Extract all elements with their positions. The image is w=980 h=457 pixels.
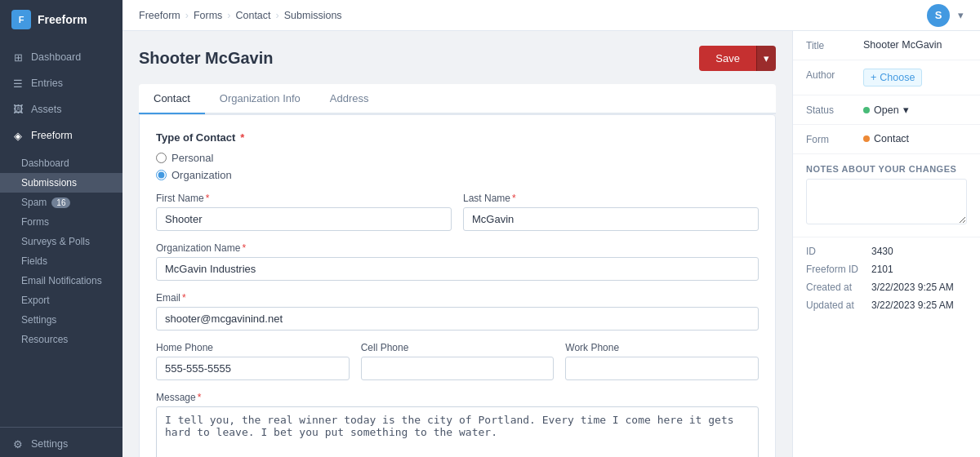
meta-created-row: Created at 3/22/2023 9:25 AM xyxy=(806,282,967,293)
cell-phone-input[interactable] xyxy=(361,357,555,380)
breadcrumb-sep-1: › xyxy=(185,10,189,21)
sidebar-sub-nav: Dashboard Submissions Spam 16 Forms Surv… xyxy=(0,153,122,349)
name-row: First Name * Last Name * xyxy=(156,193,759,231)
user-avatar[interactable]: S xyxy=(927,4,950,27)
sidebar-sub-forms[interactable]: Forms xyxy=(0,212,122,232)
breadcrumb-freeform[interactable]: Freeform xyxy=(139,10,180,21)
sidebar-sub-resources[interactable]: Resources xyxy=(0,330,122,349)
panel-title-value: Shooter McGavin xyxy=(863,39,967,51)
status-badge[interactable]: Open ▾ xyxy=(863,104,909,116)
sidebar-sub-email[interactable]: Email Notifications xyxy=(0,271,122,291)
status-chevron-icon: ▾ xyxy=(903,104,909,116)
panel-status-row: Status Open ▾ xyxy=(793,95,980,125)
sidebar-logo-label: Freeform xyxy=(38,13,87,26)
work-phone-field: Work Phone xyxy=(565,342,759,380)
meta-id-label: ID xyxy=(806,246,871,257)
breadcrumb-sep-3: › xyxy=(276,10,279,21)
meta-id-row: ID 3430 xyxy=(806,246,967,257)
cell-phone-field: Cell Phone xyxy=(361,342,555,380)
meta-created-value: 3/22/2023 9:25 AM xyxy=(871,282,954,293)
plus-icon: + xyxy=(871,72,876,83)
notes-textarea[interactable] xyxy=(806,179,967,224)
notes-title: NOTES ABOUT YOUR CHANGES xyxy=(806,164,967,174)
breadcrumb-contact[interactable]: Contact xyxy=(235,10,270,21)
breadcrumb-submissions[interactable]: Submissions xyxy=(284,10,342,21)
sidebar-logo[interactable]: F Freeform xyxy=(0,0,122,39)
sidebar-sub-surveys[interactable]: Surveys & Polls xyxy=(0,232,122,251)
first-name-field: First Name * xyxy=(156,193,452,231)
sidebar-sub-submissions[interactable]: Submissions xyxy=(0,173,122,193)
freeform-icon: ◈ xyxy=(11,129,24,142)
email-row: Email * xyxy=(156,292,759,331)
sidebar-sub-spam[interactable]: Spam 16 xyxy=(0,193,122,212)
meta-updated-value: 3/22/2023 9:25 AM xyxy=(871,299,954,311)
radio-personal[interactable]: Personal xyxy=(156,152,759,164)
sidebar-sub-dashboard[interactable]: Dashboard xyxy=(0,153,122,173)
radio-group-contact-type: Personal Organization xyxy=(156,152,759,181)
save-button-group: Save ▾ xyxy=(699,46,776,71)
content-area: Shooter McGavin Save ▾ Contact Organizat… xyxy=(122,31,980,457)
radio-organization-input[interactable] xyxy=(156,170,167,180)
form-tabs: Contact Organization Info Address xyxy=(139,84,776,114)
page-header: Shooter McGavin Save ▾ xyxy=(139,46,776,71)
settings-icon: ⚙ xyxy=(11,437,24,450)
panel-status-label: Status xyxy=(806,104,863,116)
work-phone-input[interactable] xyxy=(565,357,759,380)
breadcrumb-sep-2: › xyxy=(227,10,230,21)
avatar-chevron-icon: ▾ xyxy=(958,9,964,21)
meta-freeform-id-value: 2101 xyxy=(871,264,893,275)
dashboard-icon: ⊞ xyxy=(11,51,24,64)
radio-personal-input[interactable] xyxy=(156,153,167,163)
meta-freeform-id-label: Freeform ID xyxy=(806,264,871,275)
page-title: Shooter McGavin xyxy=(139,49,273,68)
home-phone-label: Home Phone xyxy=(156,342,350,353)
org-name-label: Organization Name * xyxy=(156,242,759,254)
save-dropdown-button[interactable]: ▾ xyxy=(756,46,776,71)
sidebar-sub-export[interactable]: Export xyxy=(0,291,122,310)
topbar: Freeform › Forms › Contact › Submissions… xyxy=(122,0,980,31)
panel-title-row: Title Shooter McGavin xyxy=(793,31,980,60)
last-name-input[interactable] xyxy=(463,207,759,231)
sidebar-bottom: ⚙ Settings xyxy=(0,424,122,457)
message-field: Message * I tell you, the real winner to… xyxy=(156,392,759,457)
first-name-label: First Name * xyxy=(156,193,452,204)
message-textarea[interactable]: I tell you, the real winner today is the… xyxy=(156,406,759,457)
cell-phone-label: Cell Phone xyxy=(361,342,555,353)
sidebar-sub-fields[interactable]: Fields xyxy=(0,251,122,271)
panel-author-label: Author xyxy=(806,69,863,81)
assets-icon: 🖼 xyxy=(11,103,24,116)
phone-row: Home Phone Cell Phone Work Phone xyxy=(156,342,759,380)
right-panel: Title Shooter McGavin Author + Choose St… xyxy=(792,31,980,457)
entries-icon: ☰ xyxy=(11,77,24,90)
org-name-field: Organization Name * xyxy=(156,242,759,281)
meta-freeform-id-row: Freeform ID 2101 xyxy=(806,264,967,275)
panel-form-label: Form xyxy=(806,133,863,145)
first-name-input[interactable] xyxy=(156,207,452,231)
sidebar-item-dashboard[interactable]: ⊞ Dashboard xyxy=(0,44,122,70)
org-name-input[interactable] xyxy=(156,257,759,281)
sidebar-item-freeform[interactable]: ◈ Freeform xyxy=(0,122,122,149)
sidebar-settings-link[interactable]: ⚙ Settings xyxy=(0,431,122,457)
tab-org-info[interactable]: Organization Info xyxy=(205,84,315,114)
panel-author-row: Author + Choose xyxy=(793,60,980,95)
home-phone-input[interactable] xyxy=(156,357,350,380)
type-of-contact-label: Type of Contact * xyxy=(156,131,759,144)
choose-author-button[interactable]: + Choose xyxy=(863,69,922,87)
sidebar-sub-settings[interactable]: Settings xyxy=(0,310,122,330)
meta-id-value: 3430 xyxy=(871,246,893,257)
breadcrumb-forms[interactable]: Forms xyxy=(194,10,222,21)
save-button[interactable]: Save xyxy=(699,46,756,71)
tab-contact[interactable]: Contact xyxy=(139,84,205,114)
org-name-row: Organization Name * xyxy=(156,242,759,281)
radio-organization[interactable]: Organization xyxy=(156,169,759,181)
main-content: Freeform › Forms › Contact › Submissions… xyxy=(122,0,980,457)
sidebar-item-assets[interactable]: 🖼 Assets xyxy=(0,96,122,122)
sidebar-item-entries[interactable]: ☰ Entries xyxy=(0,70,122,96)
tab-address[interactable]: Address xyxy=(315,84,384,114)
freeform-logo-icon: F xyxy=(11,10,31,29)
meta-created-label: Created at xyxy=(806,282,871,293)
sidebar: F Freeform ⊞ Dashboard ☰ Entries 🖼 Asset… xyxy=(0,0,122,457)
required-indicator: * xyxy=(240,131,244,144)
email-input[interactable] xyxy=(156,307,759,331)
email-label: Email * xyxy=(156,292,759,304)
